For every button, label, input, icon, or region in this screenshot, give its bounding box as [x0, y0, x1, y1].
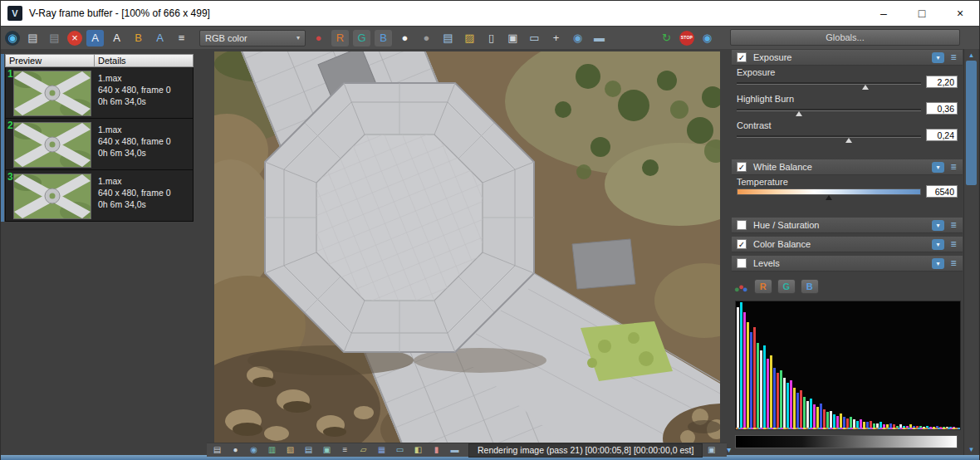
slider-marker[interactable]	[862, 85, 869, 90]
section-menu-icon[interactable]: ≡	[948, 257, 959, 269]
section-menu-icon[interactable]: ≡	[948, 161, 959, 173]
collapse-icon[interactable]: ▾	[932, 162, 944, 173]
channel-dropdown[interactable]: RGB color ▾	[199, 30, 306, 46]
ruler-icon[interactable]: ▬	[448, 444, 462, 457]
contrast-value-input[interactable]	[926, 129, 958, 141]
section-hue-saturation-header[interactable]: Hue / Saturation ▾ ≡	[732, 218, 963, 232]
history-row[interactable]: 3 1.max 640 x 480, frame 0 0h 6m 34,0s	[5, 170, 194, 222]
stop-render-button[interactable]: STOP	[679, 31, 694, 46]
show-b-icon[interactable]: B	[130, 30, 147, 46]
slider-marker[interactable]	[826, 195, 832, 200]
grid-icon[interactable]: ▦	[375, 444, 389, 457]
open-folder-icon[interactable]: ▨	[461, 30, 478, 46]
slider-track[interactable]	[737, 109, 921, 111]
maximize-button[interactable]: □	[903, 1, 941, 26]
collapse-icon[interactable]: ▾	[932, 220, 944, 231]
annotate-icon[interactable]: ▱	[356, 444, 370, 457]
exposure-value-input[interactable]	[926, 76, 958, 88]
mono-white-icon[interactable]: ●	[396, 30, 414, 46]
interactive-render-eye-icon[interactable]: ◉	[698, 30, 716, 46]
sphere-icon[interactable]: ●	[228, 444, 243, 457]
color-balance-checkbox[interactable]: ✓	[737, 239, 747, 249]
minimize-button[interactable]: –	[865, 1, 903, 26]
history-thumbnail[interactable]	[13, 122, 91, 168]
clipboard-icon[interactable]: ▯	[483, 30, 500, 46]
green-channel-button[interactable]: G	[353, 30, 370, 46]
show-a-icon[interactable]: A	[108, 30, 125, 46]
pixel-info-icon[interactable]: ◉	[247, 444, 261, 457]
levels-green-button[interactable]: G	[777, 279, 796, 294]
save-all-images-icon[interactable]: ▤	[46, 30, 63, 46]
levels-checkbox[interactable]	[737, 258, 747, 268]
white-balance-checkbox[interactable]: ✓	[737, 162, 747, 172]
color-corrections-icon[interactable]: ▧	[283, 444, 297, 457]
stamp-icon[interactable]: ▤	[210, 444, 224, 457]
layers-icon[interactable]: ≡	[338, 444, 352, 457]
section-color-balance-header[interactable]: ✓ Color Balance ▾ ≡	[732, 237, 963, 252]
vfb-menu-icon[interactable]: ≡	[173, 30, 190, 46]
stamp-icon[interactable]: ▬	[590, 30, 608, 46]
collapse-icon[interactable]: ▾	[932, 52, 944, 63]
preview-window-icon[interactable]: ▣	[704, 444, 718, 457]
section-menu-icon[interactable]: ≡	[948, 219, 959, 231]
save-corrections-icon[interactable]: ▤	[301, 444, 316, 457]
section-menu-icon[interactable]: ≡	[948, 51, 959, 63]
histogram-icon[interactable]: ▥	[265, 444, 279, 457]
section-levels-header[interactable]: Levels ▾ ≡	[732, 256, 963, 271]
history-resolution: 640 x 480, frame 0	[98, 135, 171, 147]
histogram-bar	[777, 373, 779, 428]
vertical-scrollbar-thumb[interactable]	[966, 61, 977, 185]
save-channels-icon[interactable]: ▤	[439, 30, 457, 46]
temperature-gradient-track[interactable]	[737, 188, 921, 195]
slider-marker[interactable]	[796, 111, 802, 116]
scroll-down-icon[interactable]: ▾	[964, 445, 978, 453]
rgb-channels-icon[interactable]: ●	[310, 30, 327, 46]
compare-icon[interactable]: ◧	[411, 444, 425, 457]
section-menu-icon[interactable]: ≡	[948, 238, 959, 250]
close-button[interactable]: ×	[941, 1, 979, 26]
histogram-bar	[760, 350, 762, 428]
save-image-icon[interactable]: ▤	[24, 30, 42, 46]
levels-icon[interactable]: ▮	[429, 444, 443, 457]
render-last-button[interactable]: ◉	[5, 31, 20, 46]
mono-gray-icon[interactable]: ●	[418, 30, 435, 46]
blue-channel-button[interactable]: B	[375, 30, 392, 46]
copy-image-icon[interactable]: ▣	[504, 30, 522, 46]
hue-saturation-checkbox[interactable]	[737, 220, 747, 230]
history-column-details[interactable]: Details	[95, 54, 194, 67]
clear-image-icon[interactable]: ×	[67, 31, 82, 46]
monitor-icon[interactable]: ▭	[526, 30, 543, 46]
slider-track[interactable]	[737, 82, 921, 85]
collapse-icon[interactable]: ▾	[932, 239, 944, 250]
vertical-scrollbar[interactable]: ▴ ▾	[963, 49, 978, 455]
levels-blue-button[interactable]: B	[801, 279, 819, 294]
history-scrollbar[interactable]	[1, 54, 4, 222]
history-thumbnail[interactable]	[13, 174, 91, 219]
temperature-value-input[interactable]	[926, 185, 958, 198]
history-row[interactable]: 2 1.max 640 x 480, frame 0 0h 6m 34,0s	[5, 119, 194, 170]
history-row[interactable]: 1 1.max 640 x 480, frame 0 0h 6m 34,0s	[5, 67, 194, 119]
compare-ab-icon[interactable]: A	[151, 30, 169, 46]
levels-histogram	[735, 301, 961, 430]
slider-track[interactable]	[737, 135, 921, 138]
history-column-preview[interactable]: Preview	[5, 54, 95, 67]
section-white-balance-header[interactable]: ✓ White Balance ▾ ≡	[732, 159, 963, 174]
globals-button[interactable]: Globals...	[730, 29, 960, 46]
refresh-icon[interactable]: ↻	[658, 30, 675, 46]
history-thumbnail[interactable]	[13, 71, 91, 116]
pixel-info-icon[interactable]: ◉	[569, 30, 586, 46]
monitor-icon[interactable]: ▣	[320, 444, 334, 457]
track-mouse-icon[interactable]: +	[547, 30, 565, 46]
rgb-circles-icon[interactable]: ●	[738, 281, 744, 291]
red-channel-button[interactable]: R	[331, 30, 349, 46]
highlight-burn-value-input[interactable]	[926, 102, 958, 115]
levels-red-button[interactable]: R	[754, 279, 772, 294]
section-exposure-header[interactable]: ✓ Exposure ▾ ≡	[732, 50, 963, 65]
titlebar[interactable]: V V-Ray frame buffer - [100% of 666 x 49…	[1, 1, 979, 26]
store-a-icon[interactable]: A	[86, 30, 104, 46]
region-render-icon[interactable]: ▭	[393, 444, 407, 457]
slider-marker[interactable]	[845, 138, 852, 143]
exposure-checkbox[interactable]: ✓	[737, 52, 747, 62]
collapse-icon[interactable]: ▾	[932, 258, 944, 269]
scroll-up-icon[interactable]: ▴	[964, 51, 978, 59]
